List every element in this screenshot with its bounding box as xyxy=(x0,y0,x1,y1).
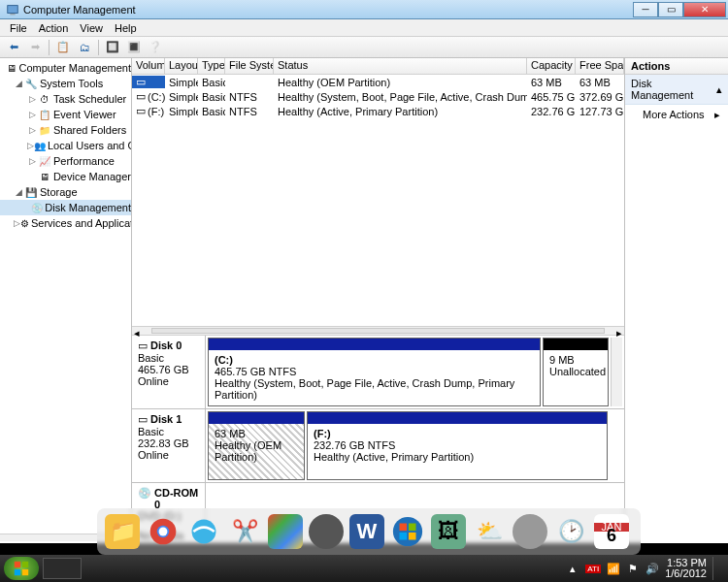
tray-up-icon[interactable]: ▴ xyxy=(566,562,579,575)
actions-section-label: Disk Management xyxy=(631,78,716,101)
volume-row[interactable]: ▭ Simple Basic Healthy (OEM Partition) 6… xyxy=(132,75,624,89)
menu-help[interactable]: Help xyxy=(109,22,143,34)
svg-rect-9 xyxy=(400,533,408,540)
partition[interactable]: (C:) 465.75 GB NTFS Healthy (System, Boo… xyxy=(208,338,541,406)
tray-clock[interactable]: 1:53 PM 1/6/2012 xyxy=(665,558,707,579)
partition[interactable]: 63 MB Healthy (OEM Partition) xyxy=(208,411,305,480)
partition-unallocated[interactable]: 9 MB Unallocated xyxy=(543,338,609,406)
tree-storage[interactable]: ◢💾Storage xyxy=(0,184,131,200)
dock-explorer-icon[interactable]: 📁 xyxy=(105,514,140,549)
properties-button[interactable]: 🗂 xyxy=(75,39,94,56)
disk-icon: ▭ xyxy=(138,340,148,352)
taskbar: ▴ ATI 📶 ⚑ 🔊 1:53 PM 1/6/2012 xyxy=(0,555,728,582)
volume-icon: ▭ xyxy=(136,105,146,117)
tree-label: System Tools xyxy=(40,78,103,89)
app-icon xyxy=(6,3,19,16)
menu-action[interactable]: Action xyxy=(33,22,75,34)
scrollbar[interactable] xyxy=(611,338,622,406)
forward-button[interactable]: ➡ xyxy=(25,39,45,56)
cell: 63 MB xyxy=(527,77,576,88)
partition-title: (F:) xyxy=(314,428,601,439)
disk-info[interactable]: ▭Disk 1 Basic 232.83 GB Online xyxy=(132,409,206,482)
partition[interactable]: (F:) 232.76 GB NTFS Healthy (Active, Pri… xyxy=(307,411,608,480)
partition-header xyxy=(209,412,304,424)
disk-size: 232.83 GB xyxy=(138,437,199,449)
tray-flag-icon[interactable]: ⚑ xyxy=(626,562,640,575)
disk-block: ▭Disk 0 Basic 465.76 GB Online (C:) 465.… xyxy=(132,336,624,409)
tree-label: Event Viewer xyxy=(53,109,116,120)
dock-weather-icon[interactable]: ⛅ xyxy=(472,514,507,549)
actions-item-label: More Actions xyxy=(643,109,705,121)
disk-info[interactable]: ▭Disk 0 Basic 465.76 GB Online xyxy=(132,336,206,408)
disk-state: Online xyxy=(138,449,199,461)
refresh-button[interactable]: 🔲 xyxy=(103,39,122,56)
tree-device-manager[interactable]: 🖥Device Manager xyxy=(0,169,131,184)
tray-date: 1/6/2012 xyxy=(665,568,707,579)
volume-row[interactable]: ▭(F:) Simple Basic NTFS Healthy (Active,… xyxy=(132,104,624,118)
dock-app3-icon[interactable]: 🖼 xyxy=(431,514,466,549)
tree-root[interactable]: 🖥Computer Management xyxy=(0,60,131,76)
tree-event-viewer[interactable]: ▷📋Event Viewer xyxy=(0,107,131,122)
up-button[interactable]: 📋 xyxy=(53,39,73,56)
svg-rect-12 xyxy=(22,562,28,567)
export-button[interactable]: 🔳 xyxy=(124,39,144,56)
back-button[interactable]: ⬅ xyxy=(4,39,23,56)
dock-calendar-icon[interactable]: JAN6 xyxy=(594,514,629,549)
menu-view[interactable]: View xyxy=(74,22,109,34)
col-filesystem[interactable]: File System xyxy=(225,58,274,74)
close-button[interactable]: ✕ xyxy=(683,2,726,17)
volume-row[interactable]: ▭(C:) Simple Basic NTFS Healthy (System,… xyxy=(132,89,624,104)
menu-file[interactable]: File xyxy=(4,22,33,34)
tree-system-tools[interactable]: ◢🔧System Tools xyxy=(0,76,131,91)
tree-label: Local Users and Gro xyxy=(48,140,132,151)
dock-word-icon[interactable]: W xyxy=(349,514,384,549)
cell: 372.69 GB xyxy=(576,91,624,103)
tree-label: Shared Folders xyxy=(53,124,126,136)
dock-chrome-icon[interactable] xyxy=(146,514,181,549)
tree-local-users[interactable]: ▷👥Local Users and Gro xyxy=(0,138,131,153)
cell: Healthy (Active, Primary Partition) xyxy=(274,106,527,117)
col-volume[interactable]: Volume xyxy=(132,58,165,74)
dock-start-icon[interactable] xyxy=(390,514,425,549)
start-button[interactable] xyxy=(4,557,39,580)
tree-label: Disk Management xyxy=(45,202,131,213)
actions-header: Actions xyxy=(625,58,728,75)
minimize-button[interactable]: ─ xyxy=(633,2,658,17)
tree-label: Device Manager xyxy=(53,171,131,182)
svg-rect-14 xyxy=(22,569,28,575)
disk-type: Basic xyxy=(138,352,199,364)
svg-point-6 xyxy=(393,517,422,546)
dock-snip-icon[interactable]: ✂️ xyxy=(227,514,262,549)
tray-network-icon[interactable]: 📶 xyxy=(607,562,620,575)
tree-task-scheduler[interactable]: ▷⏱Task Scheduler xyxy=(0,91,131,107)
dock: 📁 ✂️ W 🖼 ⛅ 🕑 JAN6 xyxy=(97,508,641,555)
dock-app2-icon[interactable] xyxy=(309,514,344,549)
dock-app4-icon[interactable] xyxy=(513,514,547,549)
partition-header xyxy=(209,339,540,350)
partition-title: (C:) xyxy=(215,354,534,366)
volume-icon: ▭ xyxy=(136,90,146,103)
col-type[interactable]: Type xyxy=(198,58,225,74)
disk-icon: ▭ xyxy=(138,413,148,426)
tree-shared-folders[interactable]: ▷📁Shared Folders xyxy=(0,122,131,138)
dock-app1-icon[interactable] xyxy=(268,514,303,549)
col-freespace[interactable]: Free Space xyxy=(576,58,624,74)
help-button[interactable]: ❔ xyxy=(146,39,165,56)
svg-rect-0 xyxy=(8,5,18,13)
col-layout[interactable]: Layout xyxy=(165,58,198,74)
tray-volume-icon[interactable]: 🔊 xyxy=(645,562,659,575)
maximize-button[interactable]: ▭ xyxy=(658,2,683,17)
col-capacity[interactable]: Capacity xyxy=(527,58,576,74)
tree-disk-management[interactable]: 💿Disk Management xyxy=(0,200,131,215)
col-status[interactable]: Status xyxy=(274,58,527,74)
show-desktop-button[interactable] xyxy=(712,557,720,580)
splitter[interactable]: ◂▸ xyxy=(132,326,624,336)
dock-clock-icon[interactable]: 🕑 xyxy=(553,514,588,549)
actions-more[interactable]: More Actions ▸ xyxy=(625,105,728,125)
actions-section[interactable]: Disk Management ▴ xyxy=(625,75,728,105)
tree-performance[interactable]: ▷📈Performance xyxy=(0,153,131,169)
dock-ie-icon[interactable] xyxy=(186,514,221,549)
tree-services[interactable]: ▷⚙Services and Applicati xyxy=(0,215,131,231)
taskbar-pinned-app[interactable] xyxy=(43,558,82,579)
tray-ati-icon[interactable]: ATI xyxy=(585,565,601,573)
